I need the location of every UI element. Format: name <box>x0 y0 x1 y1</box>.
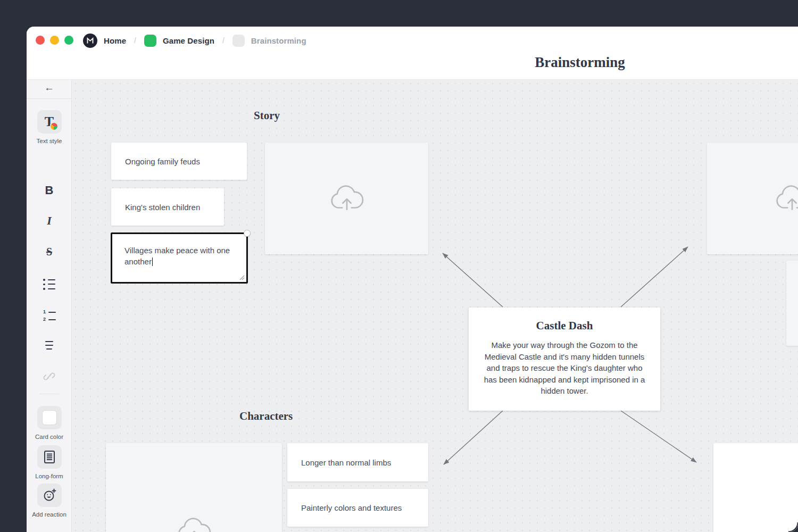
castle-dash-card[interactable]: Castle Dash Make your way through the Go… <box>469 307 660 411</box>
partial-card[interactable] <box>713 443 798 532</box>
bullet-list-button[interactable] <box>27 279 72 290</box>
note-card[interactable]: Ongoing family feuds <box>111 143 247 180</box>
italic-icon: I <box>47 214 52 228</box>
add-reaction-button[interactable]: Add reaction <box>27 484 72 518</box>
partial-card[interactable] <box>786 261 798 346</box>
italic-button[interactable]: I <box>27 214 72 228</box>
divider <box>39 394 59 394</box>
breadcrumb-brainstorming: Brainstorming <box>251 36 306 45</box>
smiley-plus-icon <box>37 484 62 507</box>
app-window: Home / Game Design / Brainstorming Brain… <box>27 27 798 532</box>
story-heading-card[interactable]: Story <box>254 109 280 122</box>
card-color-button[interactable]: Card color <box>27 406 72 440</box>
text-caret <box>152 257 153 266</box>
image-upload-placeholder[interactable] <box>265 143 428 254</box>
note-text: Ongoing family feuds <box>125 157 200 166</box>
image-upload-placeholder[interactable] <box>707 143 798 254</box>
resize-grip-icon[interactable] <box>239 275 245 280</box>
note-card[interactable]: Painterly colors and textures <box>287 489 428 527</box>
desktop-frame: Home / Game Design / Brainstorming Brain… <box>0 0 798 532</box>
long-form-icon <box>37 445 62 469</box>
selection-handle[interactable] <box>244 230 251 237</box>
note-card[interactable]: King's stolen children <box>111 188 224 226</box>
align-button[interactable] <box>27 341 72 350</box>
long-form-label: Long-form <box>35 473 63 479</box>
long-form-button[interactable]: Long-form <box>27 445 72 479</box>
milanote-logo-icon[interactable] <box>83 34 97 48</box>
selected-note-card[interactable]: Villages make peace with one another <box>111 232 248 284</box>
image-upload-placeholder[interactable] <box>106 443 282 532</box>
arrow-left-icon: ← <box>44 82 54 94</box>
note-text: Painterly colors and textures <box>301 503 402 512</box>
cloud-upload-icon <box>176 516 213 532</box>
numbered-list-button[interactable]: 1 2 <box>27 310 72 322</box>
titlebar: Home / Game Design / Brainstorming Brain… <box>27 27 798 80</box>
board-canvas[interactable]: Story Ongoing family feuds King's stolen… <box>72 80 798 532</box>
note-text: Villages make peace with one another <box>124 246 230 266</box>
text-style-icon: T <box>37 110 62 134</box>
board-chip-green-icon[interactable] <box>144 35 156 47</box>
numbered-list-icon: 1 2 <box>43 310 56 322</box>
frame-corner <box>788 522 798 532</box>
align-center-icon <box>45 341 53 350</box>
note-text: King's stolen children <box>125 203 200 212</box>
bold-icon: B <box>45 184 54 197</box>
note-card[interactable]: Longer than normal limbs <box>287 443 428 481</box>
breadcrumb: Home / Game Design / Brainstorming <box>83 33 306 48</box>
breadcrumb-separator: / <box>221 36 226 45</box>
strikethrough-button[interactable]: S <box>27 246 72 258</box>
color-wheel-icon <box>51 123 57 130</box>
breadcrumb-separator: / <box>132 36 138 45</box>
strikethrough-icon: S <box>46 246 52 258</box>
text-style-label: Text style <box>37 138 62 144</box>
text-style-button[interactable]: T Text style <box>27 110 72 144</box>
card-color-label: Card color <box>35 434 63 440</box>
castle-dash-body: Make your way through the Gozom to the M… <box>480 339 649 397</box>
window-minimize-button[interactable] <box>50 36 59 45</box>
note-text: Longer than normal limbs <box>301 458 391 467</box>
castle-dash-title: Castle Dash <box>469 319 660 332</box>
board-title: Brainstorming <box>473 54 686 71</box>
link-icon <box>43 370 55 383</box>
bullet-list-icon <box>43 279 55 290</box>
cloud-upload-icon <box>328 184 365 213</box>
window-close-button[interactable] <box>36 36 45 45</box>
breadcrumb-game-design[interactable]: Game Design <box>163 36 214 45</box>
cloud-upload-icon <box>774 184 798 213</box>
bold-button[interactable]: B <box>27 184 72 197</box>
divider <box>27 98 72 99</box>
card-color-swatch-icon <box>37 406 62 429</box>
window-zoom-button[interactable] <box>64 36 73 45</box>
board-chip-gray-icon <box>232 35 245 47</box>
link-button[interactable] <box>27 370 72 383</box>
add-reaction-label: Add reaction <box>32 511 66 518</box>
collapse-sidebar-button[interactable]: ← <box>27 82 72 94</box>
breadcrumb-home[interactable]: Home <box>104 36 126 45</box>
characters-heading-card[interactable]: Characters <box>239 410 293 423</box>
formatting-sidebar: ← T Text style B I S <box>27 80 72 532</box>
